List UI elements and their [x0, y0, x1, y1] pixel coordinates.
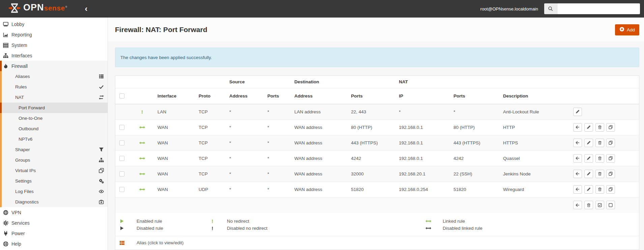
row-select-checkbox[interactable] — [119, 156, 124, 161]
filter-icon — [99, 147, 104, 152]
clone-rule-button[interactable] — [606, 170, 615, 178]
delete-rule-button[interactable] — [595, 185, 604, 194]
sidebar-item-port-forward[interactable]: Port Forward — [0, 103, 108, 113]
row-select-checkbox[interactable] — [119, 140, 124, 145]
row-select-checkbox[interactable] — [119, 125, 124, 130]
col-src-ports: Ports — [265, 88, 292, 104]
linked-rule-icon — [139, 171, 145, 176]
opnsense-app: OPNsense® ‹ root@OPNsense.localdomain Lo… — [0, 0, 644, 250]
sidebar-item-nptv6[interactable]: NPTv6 — [0, 134, 108, 144]
move-rule-button[interactable] — [573, 139, 582, 147]
edit-rule-button[interactable] — [584, 170, 593, 178]
move-rule-button[interactable] — [573, 154, 582, 163]
group-header-source: Source — [227, 76, 292, 88]
edit-rule-button[interactable] — [584, 185, 593, 194]
fire-icon — [3, 63, 9, 69]
sidebar-item-virtual-ips[interactable]: Virtual IPs — [0, 165, 108, 176]
sidebar-item-system[interactable]: System — [0, 40, 108, 50]
nat-rule-row: WAN TCP * * WAN address 4242 192.168.0.1… — [115, 150, 639, 166]
edit-rule-button[interactable] — [584, 154, 593, 163]
col-dst-address: Address — [292, 88, 348, 104]
plug-icon — [3, 231, 9, 236]
move-selected-button[interactable] — [573, 201, 582, 209]
sidebar-item-firewall[interactable]: Firewall — [0, 61, 108, 71]
row-select-checkbox[interactable] — [119, 171, 124, 176]
search-icon — [544, 3, 557, 14]
sidebar-item-lobby[interactable]: Lobby — [0, 19, 108, 29]
opnsense-logo[interactable]: OPNsense® — [9, 3, 67, 15]
disable-selected-button[interactable] — [606, 201, 615, 209]
clone-icon — [99, 168, 104, 173]
linked-rule-icon — [139, 187, 145, 192]
opnsense-logo-icon — [9, 3, 20, 15]
delete-selected-button[interactable] — [584, 201, 593, 209]
clone-rule-button[interactable] — [606, 185, 615, 194]
select-all-checkbox[interactable] — [119, 93, 124, 99]
delete-rule-button[interactable] — [595, 123, 604, 132]
edit-rule-button[interactable] — [573, 108, 582, 116]
move-rule-button[interactable] — [573, 123, 582, 132]
delete-rule-button[interactable] — [595, 154, 604, 163]
sidebar-item-nat[interactable]: NAT — [0, 92, 108, 103]
clone-rule-button[interactable] — [606, 154, 615, 163]
sidebar-item-settings[interactable]: Settings — [0, 176, 108, 186]
medkit-icon — [99, 199, 104, 204]
page-header: Firewall: NAT: Port Forward Add — [108, 18, 644, 42]
sidebar-item-diagnostics[interactable]: Diagnostics — [0, 197, 108, 207]
plus-circle-icon — [619, 27, 624, 33]
page-title: Firewall: NAT: Port Forward — [115, 26, 615, 34]
sidebar-item-one-to-one[interactable]: One-to-One — [0, 113, 108, 123]
clone-rule-button[interactable] — [606, 139, 615, 147]
alias-list-icon — [115, 240, 129, 246]
sidebar-item-power[interactable]: Power — [0, 228, 108, 239]
group-header-nat: NAT — [396, 76, 500, 88]
sidebar-item-vpn[interactable]: VPN — [0, 207, 108, 218]
nat-rule-row: WAN TCP * * WAN address 32000 192.168.20… — [115, 166, 639, 182]
linked-rule-icon — [139, 156, 145, 161]
no-redirect-legend-icon: ! — [206, 218, 219, 224]
col-dst-ports: Ports — [348, 88, 396, 104]
dashboard-icon — [3, 22, 9, 27]
add-button[interactable]: Add — [615, 24, 639, 35]
sidebar-item-aliases[interactable]: Aliases — [0, 71, 108, 82]
col-description: Description — [500, 88, 571, 104]
group-header-destination: Destination — [292, 76, 396, 88]
sidebar-item-reporting[interactable]: Reporting — [0, 29, 108, 40]
sidebar-item-services[interactable]: Services — [0, 218, 108, 228]
sitemap-icon — [3, 53, 9, 58]
search-input[interactable] — [557, 3, 640, 14]
area-chart-icon — [3, 32, 9, 37]
nat-rule-row: WAN UDP * * WAN address 51820 192.168.0.… — [115, 182, 639, 197]
move-rule-button[interactable] — [573, 185, 582, 194]
sidebar-item-help[interactable]: Help — [0, 239, 108, 249]
table-legend: Enabled rule ! No redirect Linked rule D… — [115, 213, 639, 236]
sidebar-item-shaper[interactable]: Shaper — [0, 144, 108, 155]
port-forward-table: Source Destination NAT Interface Proto — [115, 76, 639, 213]
no-redirect-icon: ! — [141, 109, 143, 115]
delete-rule-button[interactable] — [595, 139, 604, 147]
row-select-checkbox[interactable] — [119, 187, 124, 192]
search-box — [544, 3, 640, 14]
sidebar-item-rules[interactable]: Rules — [0, 82, 108, 92]
sidebar-item-interfaces[interactable]: Interfaces — [0, 50, 108, 61]
nat-rule-row: WAN TCP * * WAN address 80 (HTTP) 192.16… — [115, 119, 639, 135]
eye-icon — [99, 189, 104, 194]
sidebar-item-outbound[interactable]: Outbound — [0, 123, 108, 134]
linked-rule-legend-icon — [421, 220, 435, 223]
clone-rule-button[interactable] — [606, 123, 615, 132]
brand-registered-mark: ® — [65, 6, 67, 8]
edit-rule-button[interactable] — [584, 123, 593, 132]
move-rule-button[interactable] — [573, 170, 582, 178]
enable-selected-button[interactable] — [595, 201, 604, 209]
sitemap-icon — [99, 158, 104, 163]
edit-rule-button[interactable] — [584, 139, 593, 147]
top-navbar: OPNsense® ‹ root@OPNsense.localdomain — [0, 0, 644, 18]
sidebar-item-log-files[interactable]: Log Files — [0, 186, 108, 197]
disabled-linked-rule-icon — [421, 227, 435, 230]
sidebar-item-groups[interactable]: Groups — [0, 155, 108, 165]
sidebar-collapse-button[interactable]: ‹ — [83, 5, 89, 13]
table-column-header-row: Interface Proto Address Ports Address Po… — [115, 88, 639, 104]
disabled-no-redirect-icon: ! — [206, 225, 219, 231]
linked-rule-icon — [139, 140, 145, 145]
delete-rule-button[interactable] — [595, 170, 604, 178]
